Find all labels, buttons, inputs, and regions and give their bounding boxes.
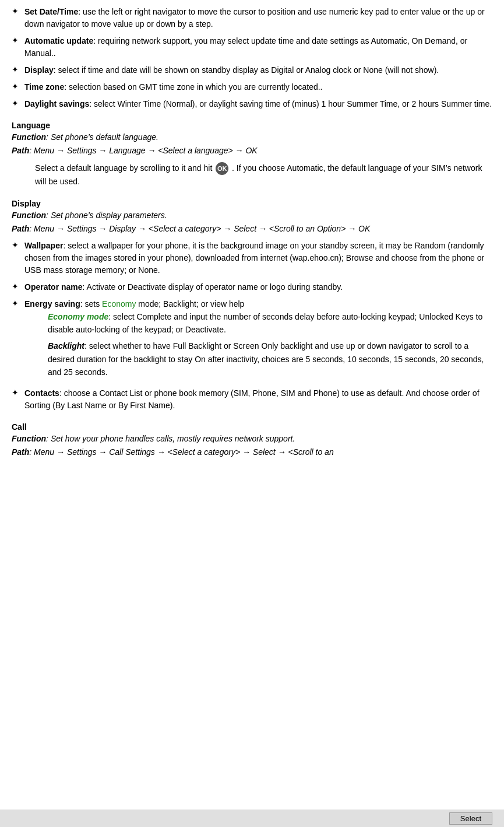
top-bullet-list: ✦ Set Date/Time: use the left or right n… — [12, 6, 492, 110]
sub-bullet-icon-energy: ✦ — [12, 299, 24, 308]
bullet-item-daylight: ✦ Daylight savings: select Winter Time (… — [12, 98, 492, 110]
text-daylight: : select Winter Time (Normal), or daylig… — [89, 99, 492, 108]
language-path-label: Path — [12, 146, 29, 155]
term-contacts: Contacts — [24, 388, 59, 398]
term-operator: Operator name — [24, 282, 83, 292]
text-energy-post: mode; Backlight; or view help — [138, 299, 244, 309]
display-function-label: Function — [12, 211, 46, 220]
ok-icon: OK — [216, 162, 228, 175]
sub-bullet-content-operator: Operator name: Activate or Deactivate di… — [24, 281, 492, 293]
language-function-label: Function — [12, 132, 46, 142]
language-title: Language — [12, 121, 492, 130]
bullet-content-1: Set Date/Time: use the left or right nav… — [24, 6, 492, 30]
sub-bullet-icon-contacts: ✦ — [12, 388, 24, 397]
term-set-date-time: Set Date/Time — [24, 7, 78, 16]
term-time-zone: Time zone — [24, 82, 64, 92]
bullet-item-time-zone: ✦ Time zone: selection based on GMT time… — [12, 81, 492, 93]
bullet-content-3: Display: select if time and date will be… — [24, 64, 492, 76]
term-economy-mode: Economy mode — [48, 312, 108, 321]
text-contacts: : choose a Contact List or phone book me… — [24, 388, 480, 410]
display-path: Path: Menu → Settings → Display → <Selec… — [12, 223, 492, 235]
language-path: Path: Menu → Settings → Language → <Sele… — [12, 145, 492, 157]
call-function: Function: Set how your phone handles cal… — [12, 433, 492, 445]
sub-bullet-icon-operator: ✦ — [12, 282, 24, 291]
bullet-item-auto-update: ✦ Automatic update: requiring network su… — [12, 35, 492, 59]
bullet-item-display: ✦ Display: select if time and date will … — [12, 64, 492, 76]
sub-bullet-icon-wallpaper: ✦ — [12, 240, 24, 250]
sub-bullet-content-energy: Energy saving: sets Economy mode; Backli… — [24, 298, 492, 383]
text-time-zone: : selection based on GMT time zone in wh… — [64, 82, 322, 92]
term-daylight: Daylight savings — [24, 99, 89, 108]
call-function-label: Function — [12, 434, 46, 443]
language-function: Function: Set phone’s default language. — [12, 131, 492, 143]
display-bullet-contacts: ✦ Contacts: choose a Contact List or pho… — [12, 387, 492, 412]
language-path-text: : Menu → Settings → Language → <Select a… — [29, 146, 257, 155]
call-path: Path: Menu → Settings → Call Settings → … — [12, 446, 492, 458]
term-display: Display — [24, 65, 54, 75]
bullet-icon-2: ✦ — [12, 36, 24, 45]
text-wallpaper: : select a wallpaper for your phone, it … — [24, 241, 484, 275]
display-function-text: : Set phone’s display parameters. — [46, 211, 167, 220]
bullet-icon-5: ✦ — [12, 99, 24, 108]
term-backlight: Backlight — [48, 341, 84, 351]
call-function-text: : Set how your phone handles calls, most… — [46, 434, 295, 443]
economy-mode-desc: Economy mode: select Complete and input … — [48, 310, 492, 337]
bullet-content-5: Daylight savings: select Winter Time (No… — [24, 98, 492, 110]
call-path-label: Path — [12, 447, 29, 457]
text-set-date-time: : use the left or right navigator to mov… — [24, 7, 485, 29]
term-energy: Energy saving — [24, 299, 80, 309]
text-operator: : Activate or Deactivate display of oper… — [83, 282, 343, 292]
bottom-bar: Select — [0, 810, 504, 827]
language-section: Language Function: Set phone’s default l… — [12, 121, 492, 188]
text-economy-mode: : select Complete and input the number o… — [48, 312, 482, 334]
text-energy-pre: : sets — [80, 299, 100, 309]
display-path-label: Path — [12, 224, 29, 233]
display-section: Display Function: Set phone’s display pa… — [12, 199, 492, 412]
sub-bullet-content-wallpaper: Wallpaper: select a wallpaper for your p… — [24, 240, 492, 276]
display-path-text: : Menu → Settings → Display → <Select a … — [29, 224, 370, 233]
lang-desc-before: Select a default language by scrolling t… — [35, 163, 212, 173]
call-title: Call — [12, 422, 492, 432]
term-auto-update: Automatic update — [24, 36, 93, 45]
economy-inline-text: Economy — [102, 299, 136, 309]
display-title: Display — [12, 199, 492, 208]
display-bullet-list: ✦ Wallpaper: select a wallpaper for your… — [12, 240, 492, 412]
text-display: : select if time and date will be shown … — [54, 65, 439, 75]
text-backlight: : select whether to have Full Backlight … — [48, 341, 484, 377]
term-wallpaper: Wallpaper — [24, 241, 63, 250]
sub-bullet-content-contacts: Contacts: choose a Contact List or phone… — [24, 387, 492, 412]
bullet-content-2: Automatic update: requiring network supp… — [24, 35, 492, 59]
display-bullet-energy: ✦ Energy saving: sets Economy mode; Back… — [12, 298, 492, 383]
display-bullet-wallpaper: ✦ Wallpaper: select a wallpaper for your… — [12, 240, 492, 276]
bullet-icon-4: ✦ — [12, 82, 24, 91]
display-function: Function: Set phone’s display parameters… — [12, 209, 492, 222]
bullet-icon-3: ✦ — [12, 65, 24, 74]
language-function-text: : Set phone’s default language. — [46, 132, 158, 142]
call-section: Call Function: Set how your phone handle… — [12, 422, 492, 458]
bullet-item-set-date-time: ✦ Set Date/Time: use the left or right n… — [12, 6, 492, 30]
display-bullet-operator: ✦ Operator name: Activate or Deactivate … — [12, 281, 492, 293]
call-path-text: : Menu → Settings → Call Settings → <Sel… — [29, 447, 333, 457]
backlight-desc: Backlight: select whether to have Full B… — [48, 339, 492, 379]
bullet-icon-1: ✦ — [12, 6, 24, 16]
select-button[interactable]: Select — [449, 812, 492, 825]
language-description: Select a default language by scrolling t… — [35, 162, 492, 188]
bullet-content-4: Time zone: selection based on GMT time z… — [24, 81, 492, 93]
